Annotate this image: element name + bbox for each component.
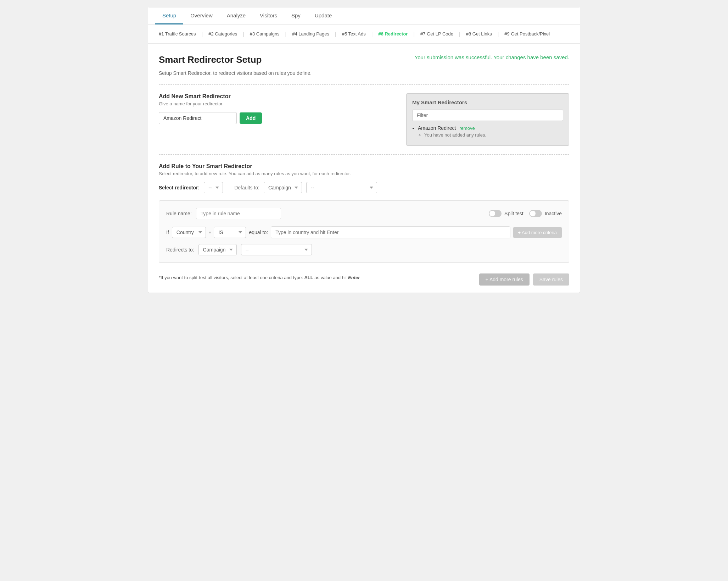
add-more-rules-button[interactable]: + Add more rules [479,273,530,286]
split-test-label: Split test [504,211,523,216]
divider-2 [159,154,569,155]
remove-link[interactable]: remove [459,126,475,131]
equal-to-label: equal to: [249,229,268,235]
add-new-title: Add New Smart Redirector [159,93,392,100]
add-redirector-button[interactable]: Add [240,112,262,124]
subnav-get-links[interactable]: #8 Get Links [463,29,495,38]
redirectors-list: Amazon Redirect remove You have not adde… [412,125,563,138]
criteria-value-input[interactable] [271,226,510,238]
tab-spy[interactable]: Spy [284,7,308,24]
defaults-to-dropdown[interactable]: Campaign [264,182,302,193]
inactive-toggle[interactable] [529,210,542,217]
save-rules-button[interactable]: Save rules [533,273,569,286]
list-item: Amazon Redirect remove You have not adde… [418,125,563,138]
add-new-desc: Give a name for your redirector. [159,101,392,106]
rule-card: Rule name: Split test Inactive [159,200,569,263]
split-test-toggle[interactable] [489,210,502,217]
add-rule-desc: Select redirector, to add new rule. You … [159,171,569,176]
rule-name-input[interactable] [196,208,281,219]
subnav-traffic-sources[interactable]: #1 Traffic Sources [155,29,200,38]
tab-update[interactable]: Update [308,7,339,24]
add-more-criteria-button[interactable]: + Add more criteria [513,227,562,238]
redirector-name: Amazon Redirect [418,125,456,131]
no-rules-item: You have not added any rules. [424,132,563,138]
is-dropdown[interactable]: IS IS NOT [214,227,246,238]
tab-visitors[interactable]: Visitors [253,7,284,24]
subnav-campaigns[interactable]: #3 Campaigns [246,29,283,38]
subnav-redirector[interactable]: #6 Redirector [375,29,411,38]
add-rule-title: Add Rule to Your Smart Redirector [159,163,569,170]
redirects-to-label: Redirects to: [166,247,194,253]
sub-nav: #1 Traffic Sources | #2 Categories | #3 … [148,24,580,44]
subnav-categories[interactable]: #2 Categories [205,29,241,38]
success-message: Your submission was successful. Your cha… [415,54,569,60]
redirectors-panel: My Smart Redirectors Amazon Redirect rem… [406,93,569,146]
subnav-get-lp-code[interactable]: #7 Get LP Code [417,29,457,38]
subnav-text-ads[interactable]: #5 Text Ads [338,29,369,38]
rule-name-label: Rule name: [166,211,192,216]
redirectors-filter-input[interactable] [412,110,563,121]
defaults-to-label: Defaults to: [234,185,259,190]
defaults-second-dropdown[interactable]: -- [306,182,377,193]
redirects-campaign-dropdown[interactable]: Campaign [198,244,237,255]
country-dropdown[interactable]: Country IP Device Browser OS [172,227,206,238]
tab-setup[interactable]: Setup [155,7,183,24]
divider-1 [159,84,569,85]
tab-analyze[interactable]: Analyze [220,7,253,24]
redirects-second-dropdown[interactable]: -- [241,244,312,255]
subnav-get-postback[interactable]: #9 Get Postback/Pixel [501,29,553,38]
arrow-separator: » [209,230,211,235]
page-subtitle: Setup Smart Redirector, to redirect visi… [159,70,569,76]
top-tabs: Setup Overview Analyze Visitors Spy Upda… [148,7,580,24]
inactive-label: Inactive [545,211,562,216]
subnav-landing-pages[interactable]: #4 Landing Pages [289,29,333,38]
footer-note: *If you want to split-test all visitors,… [159,275,360,280]
page-title: Smart Redirector Setup [159,54,262,65]
redirector-name-input[interactable] [159,112,237,124]
if-label: If [166,229,169,235]
select-redirector-label: Select redirector: [159,185,200,190]
select-redirector-dropdown[interactable]: -- [204,182,223,193]
redirector-sub-list: You have not added any rules. [418,132,563,138]
tab-overview[interactable]: Overview [183,7,220,24]
panel-title: My Smart Redirectors [412,99,563,105]
